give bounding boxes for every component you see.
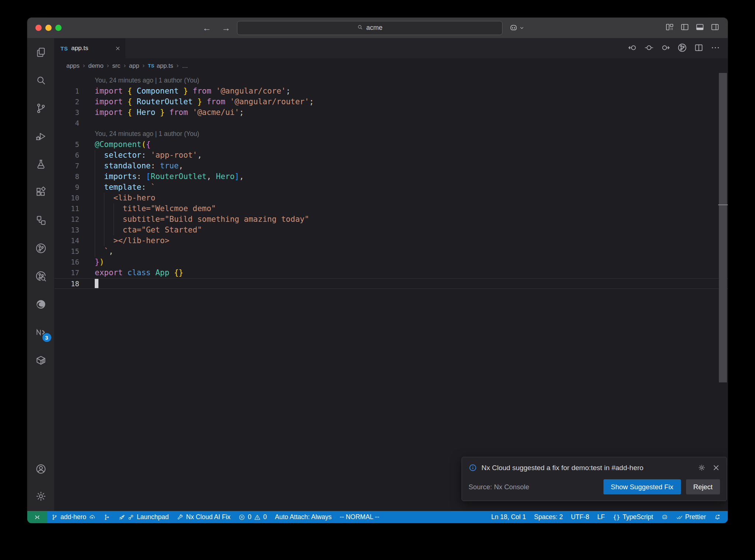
status-item-git-branch-publish[interactable]: add-hero — [47, 511, 100, 523]
activity-item-nx-console[interactable]: 3 — [32, 323, 50, 341]
editor-scrollbar[interactable] — [718, 73, 728, 511]
status-bar: add-heroLaunchpadNx Cloud AI Fix00Auto A… — [27, 511, 728, 523]
code-line-15: 15 `, — [55, 246, 728, 257]
text-cursor — [95, 279, 98, 288]
status-label: Prettier — [685, 513, 706, 521]
breadcrumb-item-app.ts[interactable]: TSapp.ts — [148, 62, 173, 69]
maximize-window-button[interactable] — [55, 25, 62, 31]
next-change-icon[interactable] — [661, 43, 671, 54]
activity-item-testing[interactable] — [32, 155, 50, 173]
more-actions-icon[interactable] — [710, 43, 720, 54]
copilot-menu-button[interactable] — [509, 24, 524, 32]
status-item-auto-attach[interactable]: Auto Attach: Always — [271, 511, 336, 523]
command-center-search[interactable]: acme — [237, 21, 502, 35]
history-forward-button[interactable]: → — [222, 23, 230, 33]
breadcrumb-item-src[interactable]: src — [112, 62, 120, 69]
activity-item-containers[interactable] — [32, 351, 50, 369]
breadcrumb-item-demo[interactable]: demo — [88, 62, 103, 69]
blame-annotation: You, 24 minutes ago | 1 author (You) — [55, 129, 728, 139]
status-label: Launchpad — [137, 513, 169, 521]
code-line-5: 5@Component({ — [55, 139, 728, 150]
status-item-nx-cloud-ai-fix[interactable]: Nx Cloud AI Fix — [173, 511, 235, 523]
status-item-cursor-position[interactable]: Ln 18, Col 1 — [487, 511, 530, 523]
status-item-formatter-prettier[interactable]: Prettier — [672, 511, 710, 523]
minimize-window-button[interactable] — [45, 25, 52, 31]
gitlens-search-icon — [35, 270, 47, 282]
editor-actions — [627, 38, 728, 58]
status-label: 0 — [248, 513, 251, 521]
status-item-vim-mode[interactable]: -- NORMAL -- — [335, 511, 383, 523]
gear-icon — [35, 490, 47, 502]
previous-change-icon[interactable] — [644, 43, 654, 54]
account-icon — [35, 463, 47, 475]
copilot-icon — [509, 24, 518, 32]
show-suggested-fix-button[interactable]: Show Suggested Fix — [603, 479, 681, 494]
split-editor-icon[interactable] — [694, 43, 704, 54]
toast-close-icon[interactable] — [712, 464, 720, 472]
status-label: 0 — [263, 513, 267, 521]
customize-layout-icon[interactable] — [665, 22, 674, 33]
status-item-commit-graph[interactable] — [100, 511, 114, 523]
activity-item-accounts[interactable] — [32, 460, 50, 478]
scrollbar-thumb[interactable] — [719, 73, 727, 382]
activity-item-run-and-debug[interactable] — [32, 127, 50, 145]
breadcrumb-item-[interactable]: … — [182, 62, 188, 69]
status-item-problems[interactable]: 00 — [234, 511, 271, 523]
toggle-secondary-sidebar-icon[interactable] — [710, 22, 720, 33]
tab-app-ts[interactable]: TS app.ts — [55, 38, 125, 58]
breadcrumb-item-apps[interactable]: apps — [66, 62, 80, 69]
activity-item-extensions[interactable] — [32, 183, 50, 201]
history-back-button[interactable]: ← — [202, 23, 211, 33]
error-icon — [239, 514, 245, 521]
breadcrumb-item-app[interactable]: app — [129, 62, 139, 69]
code-line-7: 7 standalone: true, — [55, 161, 728, 171]
breadcrumb-separator: › — [107, 62, 109, 69]
activity-item-explorer[interactable] — [32, 43, 50, 61]
status-item-gitlens-launchpad[interactable]: Launchpad — [114, 511, 173, 523]
code-line-13: 13 cta="Get Started" — [55, 225, 728, 235]
activity-item-edge-tools[interactable] — [32, 295, 50, 313]
activity-item-project-hierarchy[interactable] — [32, 211, 50, 229]
activity-item-manage-settings[interactable] — [32, 487, 50, 505]
blame-annotation: You, 24 minutes ago | 1 author (You) — [55, 75, 728, 86]
code-line-14: 14 ></lib-hero> — [55, 235, 728, 246]
status-item-remote-indicator[interactable] — [27, 511, 47, 523]
toast-settings-icon[interactable] — [698, 464, 706, 472]
graph-icon — [104, 514, 110, 521]
code-line-18: 18 — [55, 278, 728, 289]
toast-title: Nx Cloud suggested a fix for demo:test i… — [481, 464, 693, 472]
search-icon — [35, 74, 47, 86]
code-line-9: 9 template: ` — [55, 182, 728, 193]
tab-close-icon[interactable] — [115, 46, 121, 51]
toggle-panel-icon[interactable] — [695, 22, 704, 33]
nav-back-icon[interactable] — [627, 43, 637, 54]
vscode-window: ← → acme 3 TS a — [27, 18, 728, 523]
status-item-eol-sequence[interactable]: LF — [593, 511, 609, 523]
title-bar: ← → acme — [27, 18, 728, 38]
files-icon — [35, 46, 47, 58]
code-editor[interactable]: You, 24 minutes ago | 1 author (You)1imp… — [55, 73, 728, 511]
beaker-icon — [35, 158, 47, 170]
activity-item-gitlens-search[interactable] — [32, 267, 50, 285]
code-line-11: 11 title="Welcmoe demo" — [55, 203, 728, 214]
overview-ruler-cursor-mark — [718, 204, 728, 205]
status-item-encoding[interactable]: UTF-8 — [567, 511, 594, 523]
breadcrumb-separator: › — [177, 62, 179, 69]
reject-button[interactable]: Reject — [686, 479, 720, 494]
gitlens-file-history-icon[interactable] — [677, 43, 687, 54]
activity-item-search[interactable] — [32, 71, 50, 89]
status-item-copilot-status[interactable] — [657, 511, 672, 523]
braces-icon: {} — [613, 514, 620, 521]
extensions-icon — [35, 186, 47, 198]
chevron-down-icon — [519, 25, 524, 30]
breadcrumb-separator: › — [143, 62, 145, 69]
activity-item-gitlens[interactable] — [32, 239, 50, 257]
activity-item-source-control[interactable] — [32, 99, 50, 117]
status-item-indentation[interactable]: Spaces: 2 — [530, 511, 567, 523]
status-item-notifications-bell[interactable] — [710, 511, 725, 523]
traffic-lights — [35, 25, 62, 31]
toggle-primary-sidebar-icon[interactable] — [680, 22, 689, 33]
code-line-4: 4 — [55, 118, 728, 129]
close-window-button[interactable] — [35, 25, 42, 31]
status-item-language-mode[interactable]: {}TypeScript — [609, 511, 657, 523]
